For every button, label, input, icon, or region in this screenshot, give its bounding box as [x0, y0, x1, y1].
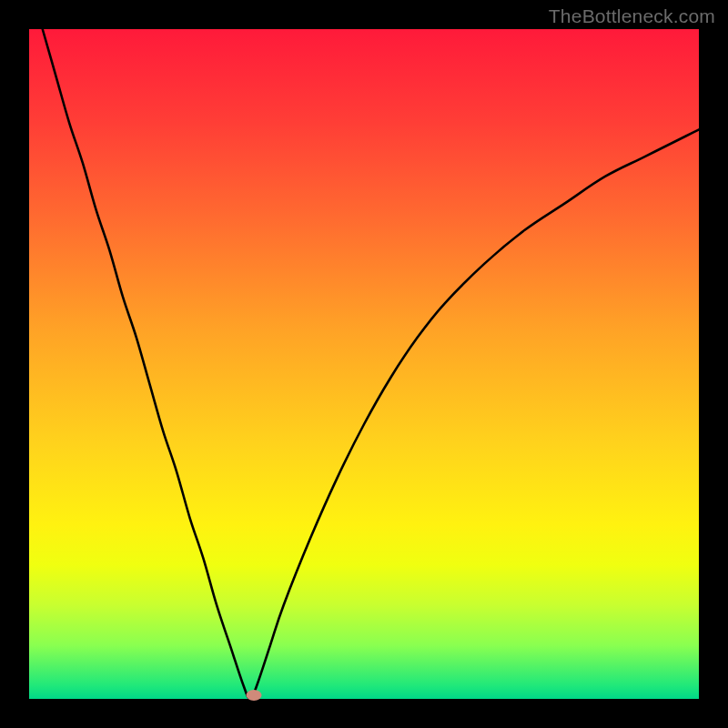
watermark-text: TheBottleneck.com — [549, 5, 715, 27]
bottleneck-curve — [43, 29, 699, 699]
optimum-marker — [246, 690, 261, 701]
chart-frame: TheBottleneck.com — [0, 0, 728, 728]
curve-svg — [29, 29, 699, 699]
plot-area — [29, 29, 699, 699]
